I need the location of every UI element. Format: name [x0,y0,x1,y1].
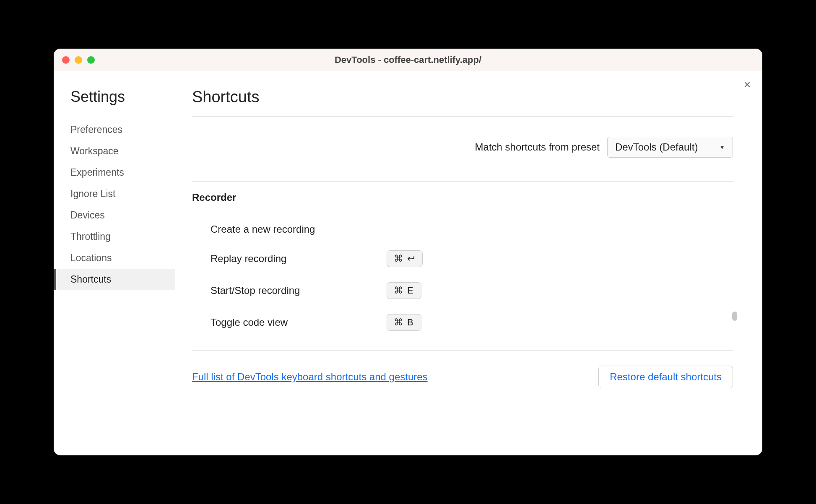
sidebar: Settings Preferences Workspace Experimen… [54,71,175,455]
keyboard-shortcut: ⌘ E [387,282,421,299]
full-list-link[interactable]: Full list of DevTools keyboard shortcuts… [192,371,428,383]
chevron-down-icon: ▼ [719,144,725,151]
scrollbar-thumb[interactable] [732,312,737,321]
sidebar-item-ignore-list[interactable]: Ignore List [54,183,175,205]
shortcut-label: Start/Stop recording [210,285,370,296]
preset-select[interactable]: DevTools (Default) ▼ [607,137,733,158]
shortcut-row[interactable]: Toggle code view ⌘ B [192,307,721,338]
preset-label: Match shortcuts from preset [475,141,600,153]
sidebar-item-label: Ignore List [70,188,115,199]
traffic-lights [62,56,95,64]
shortcuts-section: Recorder Create a new recording Replay r… [192,181,733,351]
preset-select-value: DevTools (Default) [615,141,698,153]
window-minimize-icon[interactable] [75,56,82,64]
shortcut-row[interactable]: Create a new recording [192,216,721,243]
footer: Full list of DevTools keyboard shortcuts… [192,351,733,388]
sidebar-item-label: Throttling [70,231,111,242]
sidebar-item-label: Shortcuts [70,274,111,285]
sidebar-item-label: Preferences [70,124,122,135]
page-title: Shortcuts [192,88,733,117]
sidebar-item-shortcuts[interactable]: Shortcuts [54,269,175,290]
sidebar-item-devices[interactable]: Devices [54,205,175,226]
sidebar-item-preferences[interactable]: Preferences [54,119,175,140]
sidebar-item-workspace[interactable]: Workspace [54,140,175,162]
shortcut-label: Replay recording [210,253,370,265]
keyboard-shortcut: ⌘ B [387,314,421,331]
sidebar-item-throttling[interactable]: Throttling [54,226,175,247]
restore-default-button[interactable]: Restore default shortcuts [598,366,733,388]
shortcut-row[interactable]: Start/Stop recording ⌘ E [192,275,721,307]
sidebar-item-label: Experiments [70,167,124,178]
content-area: × Settings Preferences Workspace Experim… [54,71,762,455]
shortcut-row[interactable]: Replay recording ⌘ ↩ [192,243,721,275]
shortcut-label: Create a new recording [210,223,370,235]
window-zoom-icon[interactable] [87,56,95,64]
settings-title: Settings [54,88,175,106]
shortcut-label: Toggle code view [210,317,370,328]
preset-row: Match shortcuts from preset DevTools (De… [192,117,733,181]
sidebar-item-label: Devices [70,210,105,221]
main-panel: Shortcuts Match shortcuts from preset De… [175,71,762,455]
sidebar-item-label: Workspace [70,145,119,156]
sidebar-item-experiments[interactable]: Experiments [54,162,175,183]
section-title: Recorder [192,182,721,216]
keyboard-shortcut: ⌘ ↩ [387,250,423,267]
title-bar: DevTools - coffee-cart.netlify.app/ [54,49,762,71]
sidebar-item-locations[interactable]: Locations [54,247,175,269]
window-title: DevTools - coffee-cart.netlify.app/ [54,55,762,65]
sidebar-item-label: Locations [70,252,112,263]
app-window: DevTools - coffee-cart.netlify.app/ × Se… [54,49,762,455]
window-close-icon[interactable] [62,56,70,64]
